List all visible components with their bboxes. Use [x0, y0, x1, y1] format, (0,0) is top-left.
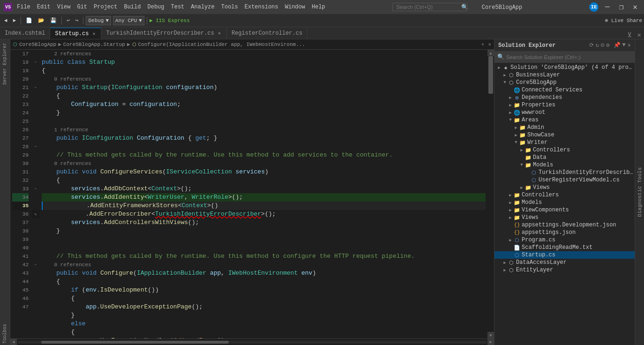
live-share-button[interactable]: ⊕ Live Share: [605, 17, 642, 23]
tab-startup-cs[interactable]: Startup.cs ✕: [50, 28, 101, 39]
tree-item-businesslayer[interactable]: ▶ ⬡ BusinessLayer: [494, 71, 635, 79]
tree-arrow-models2[interactable]: ▶: [508, 200, 513, 205]
tab-index-cshtml[interactable]: Index.cshtml: [0, 28, 50, 39]
tree-item-areas[interactable]: ▼ 📁 Areas: [494, 116, 635, 124]
breadcrumb-expand[interactable]: +: [481, 42, 485, 47]
breadcrumb-project[interactable]: Core5BlogApp: [19, 42, 56, 47]
tree-arrow-admin[interactable]: ▶: [513, 125, 519, 130]
se-sync-button[interactable]: ⟳: [589, 42, 594, 49]
collapse-btn-21[interactable]: −: [31, 83, 40, 92]
se-search-input[interactable]: [506, 54, 632, 60]
diagnostic-tools-sidebar[interactable]: Diagnostic Tools: [635, 39, 644, 345]
tree-item-appsettings[interactable]: {} appsettings.json: [494, 229, 635, 236]
se-close-button[interactable]: ✕: [628, 42, 631, 49]
tree-item-data[interactable]: 📁 Data: [494, 154, 635, 161]
tree-item-solution[interactable]: ▶ ◈ Solution 'Core5BlogApp' (4 of 4 proj…: [494, 64, 635, 71]
tree-arrow-core5blogapp[interactable]: ▼: [502, 80, 508, 85]
collapse-btn-36[interactable]: −: [31, 261, 40, 269]
toolbox-tab[interactable]: Toolbox: [1, 322, 9, 345]
collapse-btn-31[interactable]: −: [31, 185, 40, 193]
code-content[interactable]: 2 references public class Startup { 0 re…: [40, 50, 487, 338]
tree-item-dataaccesslayer[interactable]: ▶ ⬡ DataAccessLayer: [494, 259, 635, 266]
tree-arrow-controllers2[interactable]: ▶: [508, 193, 513, 198]
menu-help[interactable]: Help: [312, 4, 325, 10]
run-button[interactable]: ▶ IIS Express: [150, 17, 190, 23]
maximize-button[interactable]: ❐: [616, 2, 627, 12]
tree-arrow-views[interactable]: ▶: [519, 185, 524, 190]
save-button[interactable]: 💾: [48, 16, 59, 24]
undo-button[interactable]: ↩: [64, 16, 72, 24]
vertical-scrollbar[interactable]: ▲ ▼: [487, 50, 494, 338]
h-scroll-track[interactable]: [18, 341, 487, 344]
tree-arrow-program[interactable]: ▶: [508, 238, 513, 243]
tree-arrow-wwwroot[interactable]: ▶: [508, 110, 513, 115]
tree-item-dependencies[interactable]: ▶ ⊞ Dependencies: [494, 94, 635, 101]
tab-turkish-close[interactable]: ✕: [217, 30, 222, 37]
tree-arrow-writer[interactable]: ▼: [513, 140, 519, 145]
tree-arrow-models[interactable]: ▼: [519, 163, 524, 167]
tree-arrow-showcase[interactable]: ▶: [513, 133, 519, 138]
tree-arrow-areas[interactable]: ▼: [508, 118, 513, 122]
tree-item-connected-services[interactable]: 🌐 Connected Services: [494, 86, 635, 94]
breadcrumb-close[interactable]: ✕: [488, 41, 491, 47]
tree-item-turkish-error[interactable]: ⬡ TurkishIdentityErrorDescriber.cs: [494, 169, 635, 176]
server-explorer-tab[interactable]: Server Explorer: [1, 41, 9, 86]
breadcrumb-method[interactable]: Configure(IApplicationBuilder app, IWebH…: [138, 42, 305, 47]
nav-forward-button[interactable]: ►: [11, 17, 19, 24]
collapse-btn-28[interactable]: −: [31, 142, 40, 151]
tree-arrow-businesslayer[interactable]: ▶: [502, 73, 508, 78]
h-scroll-thumb[interactable]: [41, 341, 229, 344]
menu-file[interactable]: File: [17, 4, 30, 10]
scroll-down-btn[interactable]: ▼: [487, 332, 494, 338]
tree-arrow-entitylayer[interactable]: ▶: [502, 268, 508, 273]
horizontal-scrollbar[interactable]: ◄ ►: [10, 338, 494, 345]
tab-startup-close[interactable]: ✕: [91, 30, 96, 37]
minimize-button[interactable]: —: [602, 3, 613, 11]
se-gear-button[interactable]: ⚙: [606, 42, 609, 49]
menu-view[interactable]: View: [57, 4, 71, 10]
menu-window[interactable]: Window: [285, 4, 305, 10]
se-pin-button[interactable]: 📌: [614, 42, 621, 49]
scroll-thumb[interactable]: [488, 56, 493, 94]
scroll-right-btn[interactable]: ►: [487, 339, 494, 345]
se-filter-button[interactable]: ⊡: [601, 42, 604, 49]
nav-back-button[interactable]: ◄: [2, 17, 10, 24]
tree-arrow-dataaccesslayer[interactable]: ▶: [502, 260, 508, 265]
menu-debug[interactable]: Debug: [147, 4, 164, 10]
tree-item-views[interactable]: ▶ 📁 Views: [494, 184, 635, 191]
se-refresh-button[interactable]: ↻: [596, 42, 599, 49]
tree-item-startup[interactable]: ⬡ Startup.cs: [494, 251, 635, 259]
code-editor[interactable]: 17 18 19 20 21 22 23 24 25 26 27 28 29 3…: [10, 50, 494, 338]
menu-extensions[interactable]: Extensions: [245, 4, 278, 10]
collapse-btn-18[interactable]: −: [31, 58, 40, 67]
tree-item-viewcomponents[interactable]: ▶ 📁 ViewComponents: [494, 206, 635, 214]
tree-arrow-dependencies[interactable]: ▶: [508, 95, 513, 100]
tab-turkish-error[interactable]: TurkishIdentityErrorDescriber.cs ✕: [101, 28, 226, 39]
breadcrumb-class[interactable]: Core5BlogApp.Startup: [63, 42, 125, 47]
tree-item-writer[interactable]: ▼ 📁 Writer: [494, 139, 635, 146]
tree-item-models2[interactable]: ▶ 📁 Models: [494, 199, 635, 206]
platform-dropdown[interactable]: Any CPU ▼: [113, 16, 144, 25]
redo-button[interactable]: ↪: [73, 16, 81, 24]
tree-arrow-properties[interactable]: ▶: [508, 103, 513, 108]
se-menu-button[interactable]: ▼: [622, 42, 626, 49]
close-all-tabs-button[interactable]: ✕: [635, 31, 644, 39]
scroll-up-btn[interactable]: ▲: [487, 50, 494, 56]
scroll-track[interactable]: [487, 56, 494, 332]
tree-item-properties[interactable]: ▶ 📁 Properties: [494, 101, 635, 109]
menu-build[interactable]: Build: [124, 4, 141, 10]
configuration-dropdown[interactable]: Debug ▼: [86, 16, 111, 25]
diagnostic-tools-label[interactable]: Diagnostic Tools: [637, 167, 643, 217]
scroll-left-btn[interactable]: ◄: [10, 339, 17, 345]
tree-item-core5blogapp[interactable]: ▼ ⬡ Core5BlogApp: [494, 79, 635, 86]
close-button[interactable]: ✕: [630, 2, 640, 12]
tree-item-userregister[interactable]: ⬡ UserRegisterViewModel.cs: [494, 176, 635, 184]
tree-arrow-views2[interactable]: ▶: [508, 215, 513, 220]
tree-item-controllers2[interactable]: ▶ 📁 Controllers: [494, 191, 635, 199]
tree-item-entitylayer[interactable]: ▶ ⬡ EntityLayer: [494, 266, 635, 274]
menu-git[interactable]: Git: [77, 4, 87, 10]
menu-test[interactable]: Test: [171, 4, 185, 10]
tree-arrow-controllers[interactable]: ▶: [519, 148, 524, 153]
new-file-button[interactable]: 📄: [23, 16, 35, 24]
tree-item-models[interactable]: ▼ 📁 Models: [494, 161, 635, 169]
